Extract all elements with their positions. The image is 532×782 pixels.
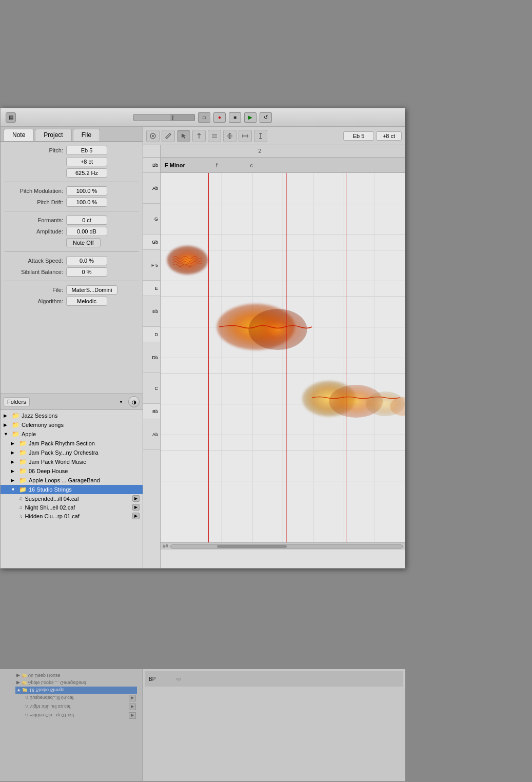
tab-project[interactable]: Project xyxy=(35,129,71,141)
amplitude-row: Amplitude: 0.00 dB xyxy=(5,227,139,236)
tree-label-jam-rhythm: Jam Pack Rhythm Section xyxy=(29,440,95,446)
select-arrow-icon: ▼ xyxy=(119,400,123,404)
flex-tool-btn[interactable] xyxy=(146,130,160,142)
scrollbar-h[interactable]: ## xyxy=(161,542,405,550)
algorithm-value: Melodic xyxy=(66,297,107,306)
folder-icon-jam-rhythm: 📁 xyxy=(19,440,27,447)
edit-tool-btn[interactable] xyxy=(162,130,175,142)
tree-item-deep-house[interactable]: ▶ 📁 06 Deep House xyxy=(1,466,143,476)
folder-icon-studio-strings: 📁 xyxy=(19,486,27,493)
pitch-display: Eb 5 xyxy=(343,131,374,141)
tree-item-celemony[interactable]: ▶ 📁 Celemony songs xyxy=(1,420,143,429)
grid-area xyxy=(161,173,405,542)
sep1 xyxy=(5,182,139,182)
audio-icon-suspended: ♫ xyxy=(19,496,23,501)
tree-label-jam-symphony: Jam Pack Sy...ny Orchestra xyxy=(29,449,98,456)
record-btn[interactable]: ● xyxy=(213,112,226,123)
tree-item-jam-world[interactable]: ▶ 📁 Jam Pack World Music xyxy=(1,457,143,466)
properties-panel: Pitch: Eb 5 +8 ct 625.2 Hz Pitch Modulat… xyxy=(1,142,143,394)
tree-label-hidden-clu: Hidden Clu...rp 01.caf xyxy=(25,513,80,519)
tree-item-suspended[interactable]: ♫ Suspended...ill 04.caf ▶ xyxy=(1,494,143,503)
tree-item-jazz-sessions[interactable]: ▶ 📁 Jazz Sessions xyxy=(1,411,143,420)
tree-item-hidden-clu[interactable]: ♫ Hidden Clu...rp 01.caf ▶ xyxy=(1,512,143,520)
pitch-mod-value: 100.0 % xyxy=(66,186,107,196)
normalize-btn[interactable] xyxy=(223,130,237,142)
tree-arrow-studio-strings: ▼ xyxy=(11,487,17,492)
hz-row: 625.2 Hz xyxy=(5,168,139,178)
tree-arrow-deep-house: ▶ xyxy=(11,468,17,474)
piano-keys: Bb Ab G Gb F 5 E Eb D Db C Bb Ab xyxy=(143,145,161,568)
tree-item-apple-loops[interactable]: ▶ 📁 Apple Loops ... GarageBand xyxy=(1,476,143,485)
piano-toolbar: Eb 5 +8 ct xyxy=(143,127,405,145)
tree-item-night-shi[interactable]: ♫ Night Shi...ell 02.caf ▶ xyxy=(1,503,143,512)
select-tool-btn[interactable] xyxy=(177,130,190,142)
chord-sub1: f- xyxy=(216,162,220,168)
attack-speed-label: Attack Speed: xyxy=(5,258,66,264)
main-window: ▤ | □ ● ■ ▶ ↺ Note Project File xyxy=(0,108,405,569)
file-row: File: MaterS...Domini xyxy=(5,285,139,295)
sep4 xyxy=(5,281,139,281)
chord-sub2: c- xyxy=(250,162,254,168)
formants-value: 0 ct xyxy=(66,216,107,225)
tree-label-suspended: Suspended...ill 04.caf xyxy=(25,496,79,502)
loop-btn[interactable]: ↺ xyxy=(260,112,272,123)
folder-icon-jazz: 📁 xyxy=(12,412,19,419)
browser-toggle-btn[interactable]: ◑ xyxy=(128,396,140,407)
roll-content: 2 F Minor f- c- xyxy=(161,145,405,568)
sibilant-row: Sibilant Balance: 0 % xyxy=(5,267,139,277)
chord-name: F Minor xyxy=(165,162,185,168)
folder-icon-apple-loops: 📁 xyxy=(19,477,27,484)
pitch-mod-row: Pitch Modulation: 100.0 % xyxy=(5,186,139,196)
sibilant-value: 0 % xyxy=(66,267,107,277)
tree-label-studio-strings: 16 Studio Strings xyxy=(29,486,72,493)
notes-svg xyxy=(161,173,405,542)
piano-roll-area: Bb Ab G Gb F 5 E Eb D Db C Bb Ab xyxy=(143,145,405,568)
amplitude-label: Amplitude: xyxy=(5,228,66,234)
file-label: File: xyxy=(5,287,66,293)
file-value: MaterS...Domini xyxy=(66,285,117,295)
title-bar-center: | □ ● ■ ▶ ↺ xyxy=(133,112,272,123)
note-c xyxy=(302,381,405,418)
note-off-btn[interactable]: Note Off xyxy=(66,238,101,247)
sibilant-label: Sibilant Balance: xyxy=(5,269,66,275)
quantize-btn[interactable] xyxy=(208,130,221,142)
browser-toolbar: Folders ▼ ◑ xyxy=(1,394,143,410)
play-btn-hidden-clu[interactable]: ▶ xyxy=(132,513,140,519)
ruler-mark-2: 2 xyxy=(258,148,261,154)
sidebar-toggle-btn[interactable]: ▤ xyxy=(6,112,16,123)
pitch-mod-label: Pitch Modulation: xyxy=(5,188,66,194)
folder-icon-apple: 📁 xyxy=(12,431,19,438)
reflected-section: ♫ Hidden Clu...rp 01.caf ▶ ♫ Night Shi..… xyxy=(0,669,405,782)
tree-item-jam-symphony[interactable]: ▶ 📁 Jam Pack Sy...ny Orchestra xyxy=(1,448,143,457)
window-square-btn[interactable]: □ xyxy=(198,112,210,123)
title-bar-left: ▤ xyxy=(6,112,16,123)
tree-label-jazz: Jazz Sessions xyxy=(22,413,57,419)
folder-icon-jam-world: 📁 xyxy=(19,458,27,465)
tab-bar: Note Project File xyxy=(1,127,143,142)
tree-item-jam-rhythm[interactable]: ▶ 📁 Jam Pack Rhythm Section xyxy=(1,439,143,448)
folder-icon-jam-symphony: 📁 xyxy=(19,449,27,456)
folder-select[interactable]: Folders xyxy=(4,397,30,406)
algorithm-label: Algorithm: xyxy=(5,298,66,304)
tab-file[interactable]: File xyxy=(73,129,100,141)
play-btn-night-shi[interactable]: ▶ xyxy=(132,504,140,511)
tree-arrow-jam-world: ▶ xyxy=(11,459,17,464)
tab-note[interactable]: Note xyxy=(4,129,34,141)
attack-speed-value: 0.0 % xyxy=(66,256,107,265)
stop-btn[interactable]: ■ xyxy=(229,112,241,123)
progress-bar: | xyxy=(133,114,195,121)
stretch-h-btn[interactable] xyxy=(239,130,252,142)
play-btn-suspended[interactable]: ▶ xyxy=(132,495,140,502)
tree-arrow-celemony: ▶ xyxy=(4,422,10,427)
tree-item-apple[interactable]: ▼ 📁 Apple xyxy=(1,429,143,439)
tree-item-studio-strings[interactable]: ▼ 📁 16 Studio Strings xyxy=(1,485,143,494)
play-btn[interactable]: ▶ xyxy=(244,112,257,123)
pitch-snap-btn[interactable] xyxy=(192,130,206,142)
tree-label-jam-world: Jam Pack World Music xyxy=(29,459,86,465)
stretch-v-btn[interactable] xyxy=(254,130,267,142)
tree-label-apple-loops: Apple Loops ... GarageBand xyxy=(29,477,100,483)
tree-arrow-jazz: ▶ xyxy=(4,413,10,418)
tree-label-night-shi: Night Shi...ell 02.caf xyxy=(25,504,75,511)
tree-label-celemony: Celemony songs xyxy=(22,422,64,428)
note-f5 xyxy=(167,246,208,275)
